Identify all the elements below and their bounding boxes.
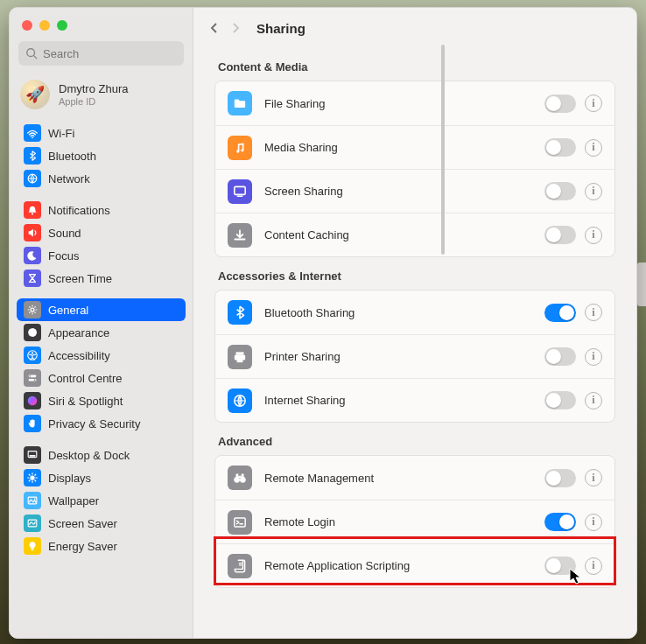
sidebar-item-bluetooth[interactable]: Bluetooth bbox=[17, 144, 186, 167]
sidebar-scrollbar[interactable] bbox=[441, 45, 445, 255]
setting-controls: i bbox=[544, 513, 602, 531]
setting-controls: i bbox=[544, 304, 602, 322]
setting-row-screen-sharing: Screen Sharingi bbox=[215, 169, 614, 213]
setting-controls: i bbox=[544, 556, 602, 575]
minimize-window-button[interactable] bbox=[39, 20, 50, 31]
info-button-screen-sharing[interactable]: i bbox=[585, 183, 602, 200]
sidebar-item-wi-fi[interactable]: Wi-Fi bbox=[17, 122, 186, 144]
sound-icon bbox=[24, 224, 41, 242]
setting-row-media-sharing: Media Sharingi bbox=[215, 125, 614, 169]
account-row[interactable]: 🚀 Dmytro Zhura Apple ID bbox=[10, 73, 193, 118]
sidebar-item-privacy-security[interactable]: Privacy & Security bbox=[17, 412, 186, 435]
sidebar-item-label: Siri & Spotlight bbox=[48, 395, 123, 408]
sidebar-item-label: Focus bbox=[48, 249, 79, 262]
sun-icon bbox=[24, 469, 41, 486]
accessibility-icon bbox=[24, 346, 41, 364]
search-container bbox=[10, 41, 193, 73]
info-button-content-caching[interactable]: i bbox=[585, 227, 602, 244]
screensaver-icon bbox=[24, 514, 41, 532]
toggle-screen-sharing[interactable] bbox=[544, 182, 576, 200]
toggle-media-sharing[interactable] bbox=[544, 138, 576, 157]
sidebar-item-label: Accessibility bbox=[48, 349, 110, 362]
printer-icon bbox=[228, 345, 252, 369]
sidebar-item-energy-saver[interactable]: Energy Saver bbox=[17, 535, 186, 557]
setting-label: Printer Sharing bbox=[264, 350, 532, 363]
fullscreen-window-button[interactable] bbox=[57, 20, 67, 31]
toggle-bluetooth-sharing[interactable] bbox=[544, 304, 576, 322]
info-button-bluetooth-sharing[interactable]: i bbox=[585, 304, 602, 321]
download-icon bbox=[228, 223, 252, 248]
setting-label: Remote Management bbox=[264, 472, 532, 485]
toggle-remote-management[interactable] bbox=[544, 469, 576, 487]
svg-line-1 bbox=[34, 56, 38, 60]
info-button-internet-sharing[interactable]: i bbox=[585, 392, 602, 410]
settings-window: 🚀 Dmytro Zhura Apple ID Wi-FiBluetoothNe… bbox=[9, 7, 637, 639]
background-peek bbox=[637, 262, 646, 306]
setting-row-file-sharing: File Sharingi bbox=[215, 81, 614, 125]
bluetooth-icon bbox=[24, 147, 41, 164]
sidebar-item-appearance[interactable]: Appearance bbox=[17, 321, 186, 344]
setting-label: Content Caching bbox=[264, 228, 532, 242]
avatar-emoji: 🚀 bbox=[25, 85, 45, 104]
sidebar-item-sound[interactable]: Sound bbox=[17, 221, 186, 244]
toggle-content-caching[interactable] bbox=[544, 226, 576, 244]
account-name: Dmytro Zhura bbox=[59, 82, 128, 96]
sidebar-item-label: Screen Saver bbox=[48, 517, 117, 530]
sidebar-item-label: Energy Saver bbox=[48, 540, 117, 553]
info-button-media-sharing[interactable]: i bbox=[585, 139, 602, 157]
toggle-remote-login[interactable] bbox=[544, 513, 576, 531]
sidebar: 🚀 Dmytro Zhura Apple ID Wi-FiBluetoothNe… bbox=[10, 8, 193, 638]
setting-controls: i bbox=[544, 94, 602, 113]
sidebar-item-desktop-dock[interactable]: Desktop & Dock bbox=[17, 444, 186, 466]
sidebar-item-accessibility[interactable]: Accessibility bbox=[17, 344, 186, 367]
bell-icon bbox=[24, 201, 41, 219]
toggle-internet-sharing[interactable] bbox=[544, 391, 576, 410]
content-scroll[interactable]: Content & MediaFile SharingiMedia Sharin… bbox=[193, 48, 636, 638]
sidebar-item-screen-time[interactable]: Screen Time bbox=[17, 267, 186, 290]
setting-label: Remote Application Scripting bbox=[264, 559, 532, 572]
toggle-printer-sharing[interactable] bbox=[544, 347, 576, 366]
svg-point-0 bbox=[27, 49, 35, 57]
info-button-printer-sharing[interactable]: i bbox=[585, 348, 602, 366]
setting-controls: i bbox=[544, 391, 602, 410]
main-pane: Sharing Content & MediaFile SharingiMedi… bbox=[193, 8, 636, 638]
sidebar-item-network[interactable]: Network bbox=[17, 167, 186, 190]
sidebar-nav: Wi-FiBluetoothNetworkNotificationsSoundF… bbox=[10, 118, 193, 638]
globe-icon bbox=[228, 388, 252, 413]
setting-controls: i bbox=[544, 226, 602, 244]
sidebar-item-focus[interactable]: Focus bbox=[17, 244, 186, 267]
sidebar-item-notifications[interactable]: Notifications bbox=[17, 199, 186, 221]
forward-button[interactable] bbox=[230, 23, 241, 33]
sidebar-item-control-centre[interactable]: Control Centre bbox=[17, 367, 186, 389]
info-button-remote-login[interactable]: i bbox=[585, 514, 602, 531]
sidebar-item-wallpaper[interactable]: Wallpaper bbox=[17, 489, 186, 512]
search-input[interactable] bbox=[18, 41, 184, 66]
search-icon bbox=[25, 47, 38, 60]
sidebar-item-displays[interactable]: Displays bbox=[17, 466, 186, 489]
close-window-button[interactable] bbox=[22, 20, 32, 31]
sidebar-item-siri-spotlight[interactable]: Siri & Spotlight bbox=[17, 389, 186, 412]
toggle-remote-application-scripting[interactable] bbox=[544, 556, 576, 575]
dock-icon bbox=[24, 446, 41, 464]
setting-label: Internet Sharing bbox=[264, 394, 532, 407]
network-icon bbox=[24, 170, 41, 187]
info-button-remote-management[interactable]: i bbox=[585, 469, 602, 486]
page-title: Sharing bbox=[256, 21, 305, 36]
sidebar-item-screen-saver[interactable]: Screen Saver bbox=[17, 512, 186, 535]
info-button-remote-application-scripting[interactable]: i bbox=[585, 557, 602, 575]
settings-panel: Remote ManagementiRemote LoginiRemote Ap… bbox=[214, 455, 615, 588]
toggle-file-sharing[interactable] bbox=[544, 94, 576, 113]
sidebar-item-general[interactable]: General bbox=[17, 298, 186, 321]
setting-row-remote-login: Remote Logini bbox=[215, 500, 614, 543]
bulb-icon bbox=[24, 537, 41, 555]
script-icon bbox=[228, 554, 252, 578]
setting-label: Bluetooth Sharing bbox=[264, 306, 532, 319]
titlebar: Sharing bbox=[193, 8, 636, 48]
back-button[interactable] bbox=[209, 23, 220, 33]
sidebar-item-label: Bluetooth bbox=[48, 150, 96, 163]
sidebar-item-label: Notifications bbox=[48, 204, 110, 217]
terminal-icon bbox=[228, 510, 252, 535]
avatar: 🚀 bbox=[20, 80, 50, 109]
section-title: Accessories & Internet bbox=[218, 270, 615, 283]
info-button-file-sharing[interactable]: i bbox=[585, 94, 602, 112]
